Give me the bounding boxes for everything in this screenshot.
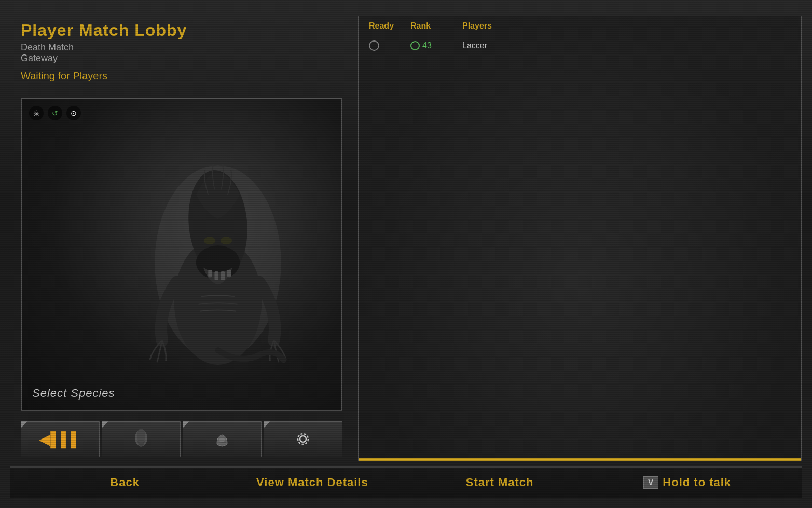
lobby-title: Player Match Lobby bbox=[21, 21, 342, 40]
rank-value: 43 bbox=[422, 41, 432, 50]
settings-icon-svg bbox=[294, 430, 312, 448]
right-panel: Ready Rank Players 43 Laccer bbox=[358, 16, 802, 461]
btn-corner bbox=[21, 421, 27, 428]
settings-button[interactable] bbox=[264, 421, 342, 457]
col-header-players: Players bbox=[462, 21, 791, 31]
bottom-bar: Back View Match Details Start Match V Ho… bbox=[10, 466, 802, 498]
svg-rect-7 bbox=[227, 270, 231, 277]
svg-point-9 bbox=[221, 237, 232, 244]
title-highlight: Match Lobby bbox=[79, 21, 187, 39]
svg-rect-5 bbox=[214, 271, 218, 280]
title-prefix: Player bbox=[21, 21, 74, 39]
bottom-toolbar: ◀▌▌▌ bbox=[21, 421, 342, 457]
svg-point-13 bbox=[300, 436, 306, 442]
gear-icon bbox=[369, 40, 379, 51]
svg-point-11 bbox=[137, 429, 145, 443]
character-icons: ☠ ↺ ⊙ bbox=[29, 106, 81, 120]
character-preview: ☠ ↺ ⊙ bbox=[21, 98, 342, 411]
class-button[interactable] bbox=[183, 421, 262, 457]
svg-point-12 bbox=[219, 438, 225, 442]
player-table-header: Ready Rank Players bbox=[359, 16, 801, 36]
hold-to-talk-button[interactable]: V Hold to talk bbox=[594, 468, 781, 498]
svg-rect-4 bbox=[208, 270, 212, 277]
left-panel: Player Match Lobby Death Match Gateway W… bbox=[10, 10, 353, 466]
right-panel-bg bbox=[359, 16, 801, 461]
game-mode: Death Match bbox=[21, 42, 342, 53]
alien-svg bbox=[127, 146, 309, 379]
waiting-status: Waiting for Players bbox=[21, 70, 342, 82]
btn-corner bbox=[183, 421, 189, 428]
hold-to-talk-key: V bbox=[643, 476, 659, 489]
alien-figure bbox=[127, 146, 309, 379]
player-rank-col: 43 bbox=[410, 41, 462, 50]
svg-rect-6 bbox=[221, 271, 225, 280]
player-name: Laccer bbox=[462, 41, 791, 50]
btn-corner bbox=[102, 421, 108, 428]
class-icon: ⊙ bbox=[66, 106, 81, 120]
select-species-label: Select Species bbox=[32, 387, 115, 400]
top-area: Player Match Lobby Death Match Gateway W… bbox=[10, 10, 802, 466]
loadout-button[interactable]: ◀▌▌▌ bbox=[21, 421, 100, 457]
hold-to-talk-label: Hold to talk bbox=[663, 476, 731, 489]
ready-icon: ↺ bbox=[48, 106, 62, 120]
loadout-icon: ◀▌▌▌ bbox=[39, 431, 81, 448]
col-header-ready: Ready bbox=[369, 21, 410, 31]
title-section: Player Match Lobby Death Match Gateway W… bbox=[10, 16, 353, 87]
view-match-button[interactable]: View Match Details bbox=[218, 468, 406, 498]
right-panel-gold-bar bbox=[359, 458, 801, 461]
svg-point-8 bbox=[204, 237, 216, 244]
start-match-button[interactable]: Start Match bbox=[406, 468, 594, 498]
player-row: 43 Laccer bbox=[359, 36, 801, 55]
species-icon: ☠ bbox=[29, 106, 44, 120]
species-icon-svg bbox=[131, 429, 152, 449]
btn-corner bbox=[264, 421, 270, 428]
player-ready-col bbox=[369, 40, 410, 51]
class-icon-svg bbox=[212, 429, 232, 449]
species-button[interactable] bbox=[102, 421, 181, 457]
main-container: Player Match Lobby Death Match Gateway W… bbox=[10, 10, 802, 498]
map-name: Gateway bbox=[21, 53, 342, 64]
rank-circle bbox=[410, 41, 420, 50]
back-button[interactable]: Back bbox=[31, 468, 218, 498]
col-header-rank: Rank bbox=[410, 21, 462, 31]
